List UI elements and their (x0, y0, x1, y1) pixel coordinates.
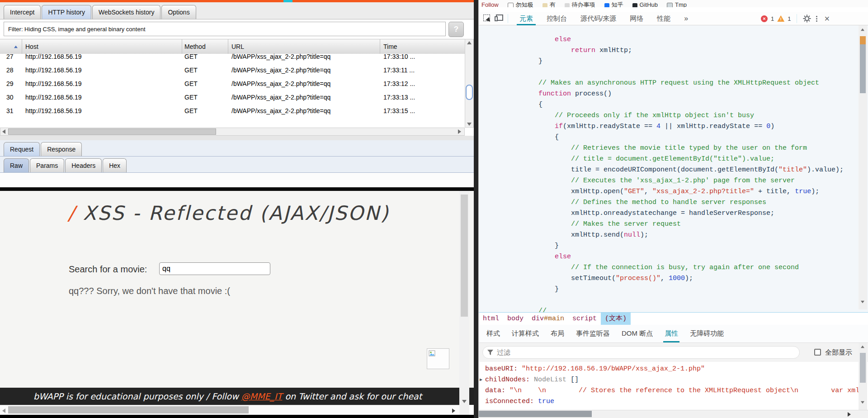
table-row[interactable]: 31http://192.168.56.19GET/bWAPP/xss_ajax… (0, 104, 465, 118)
expand-arrow-icon[interactable]: ▶ (480, 375, 482, 385)
properties-filter-input[interactable]: 过滤 (482, 346, 800, 359)
format-tab-raw[interactable]: Raw (4, 158, 29, 172)
property-row[interactable]: ▶childNodes: NodeList [] (485, 375, 859, 385)
breadcrumb-item-body[interactable]: body (503, 313, 528, 325)
code-token: // Executes the 'xss_ajax_1-2.php' page … (571, 177, 795, 185)
code-token (538, 264, 571, 271)
format-tab-hex[interactable]: Hex (103, 158, 127, 172)
code-token (538, 47, 571, 54)
code-token: , (644, 188, 652, 195)
pane-splitter[interactable] (0, 136, 474, 140)
devtools-tab-源代码-来源[interactable]: 源代码/来源 (575, 12, 622, 25)
code-line: else (538, 34, 868, 45)
burp-tab-bar: InterceptHTTP historyWebSockets historyO… (0, 2, 474, 19)
table-row[interactable]: 30http://192.168.56.19GET/bWAPP/xss_ajax… (0, 90, 465, 104)
code-line: } (538, 241, 868, 252)
row-host: http://192.168.56.19 (25, 90, 82, 104)
burp-tab-websockets-history[interactable]: WebSockets history (92, 5, 160, 19)
code-line: // Executes the 'xss_ajax_1-2.php' page … (538, 176, 868, 186)
sidebar-tab-无障碍功能[interactable]: 无障碍功能 (684, 325, 730, 342)
burp-tab-options[interactable]: Options (161, 5, 196, 19)
property-row[interactable]: isConnected: true (485, 396, 859, 407)
device-toolbar-icon[interactable] (496, 14, 503, 21)
history-table-body: 27http://192.168.56.19GET/bWAPP/xss_ajax… (0, 54, 465, 128)
burp-tab-intercept[interactable]: Intercept (4, 5, 41, 19)
devtools-tab-性能[interactable]: 性能 (651, 12, 676, 25)
code-token (538, 144, 571, 152)
history-vertical-scroll-thumb[interactable] (466, 85, 473, 100)
code-token: xmlHttp.send( (538, 231, 624, 239)
bookmark-tmp[interactable]: Tmp (667, 0, 687, 7)
properties-scroll-thumb[interactable] (860, 353, 866, 383)
code-token: null (624, 231, 640, 239)
devtools-tab-网络[interactable]: 网络 (624, 12, 649, 25)
row-number: 29 (6, 77, 14, 90)
bookmark-follow[interactable]: Follow (481, 0, 499, 7)
devtools-tab-控制台[interactable]: 控制台 (541, 12, 572, 25)
more-tabs-chevron[interactable]: » (679, 12, 693, 25)
sidebar-tab-计算样式[interactable]: 计算样式 (506, 325, 545, 342)
devtools-tab-元素[interactable]: 元素 (514, 12, 538, 25)
breadcrumb-item-html[interactable]: html (479, 313, 503, 325)
sort-arrow-icon (14, 46, 18, 48)
browser-horizontal-scroll-thumb[interactable] (8, 406, 249, 413)
help-button[interactable]: ? (448, 22, 464, 37)
close-devtools-icon[interactable]: × (822, 12, 831, 25)
movie-search-input[interactable] (159, 262, 270, 275)
show-all-checkbox[interactable] (814, 349, 821, 356)
bookmark-github[interactable]: GitHub (632, 0, 658, 7)
bookmark-知乎[interactable]: 知乎 (604, 0, 623, 7)
source-code-view[interactable]: else return xmlHttp;} // Makes an asynch… (479, 25, 868, 312)
code-token: (xmlHttp.readyState == (563, 123, 656, 130)
property-row[interactable]: data: "\n \n // Stores the reference to … (485, 385, 859, 396)
bookmark-有[interactable]: 有 (542, 0, 556, 7)
row-method: GET (184, 63, 198, 77)
bookmark-待办事项[interactable]: 待办事项 (565, 0, 595, 7)
message-tab-response[interactable]: Response (41, 142, 82, 156)
warning-icon[interactable]: ! (777, 15, 784, 22)
breadcrumb-item-div[interactable]: div#main (528, 313, 568, 325)
properties-list: baseURI: "http://192.168.56.19/bWAPP/xss… (479, 362, 859, 410)
column-header-url[interactable]: URL (231, 39, 244, 54)
code-token (538, 123, 555, 130)
message-tab-request[interactable]: Request (4, 142, 40, 156)
code-line: // title = document.getElementById("titl… (538, 154, 868, 165)
history-vertical-scrollbar[interactable] (465, 39, 474, 128)
table-row[interactable]: 28http://192.168.56.19GET/bWAPP/xss_ajax… (0, 63, 465, 77)
code-line: title = encodeURIComponent(document.getE… (538, 165, 868, 176)
bottom-black-strip (0, 415, 474, 418)
history-table-header[interactable]: Host Method URL Time (0, 39, 465, 54)
property-row[interactable]: baseURI: "http://192.168.56.19/bWAPP/xss… (485, 364, 859, 375)
browser-vertical-scroll-thumb[interactable] (461, 195, 468, 317)
format-tab-headers[interactable]: Headers (65, 158, 102, 172)
sidebar-tab-属性[interactable]: 属性 (659, 325, 684, 342)
settings-gear-icon[interactable] (803, 14, 811, 23)
show-all-label[interactable]: 全部显示 (825, 343, 852, 362)
column-header-time[interactable]: Time (383, 39, 397, 54)
code-token: ); (640, 231, 648, 239)
code-line: function process() (538, 89, 868, 100)
properties-horizontal-scroll-thumb[interactable] (479, 411, 592, 417)
breadcrumb-item--文本-[interactable]: (文本) (601, 313, 631, 325)
column-header-host[interactable]: Host (25, 39, 38, 54)
table-row[interactable]: 27http://192.168.56.19GET/bWAPP/xss_ajax… (0, 54, 465, 63)
error-icon[interactable]: × (761, 15, 768, 22)
inspect-element-icon[interactable] (483, 14, 490, 21)
history-horizontal-scroll-thumb[interactable] (8, 128, 216, 135)
format-tab-params[interactable]: Params (30, 158, 64, 172)
sidebar-tab-事件监听器[interactable]: 事件监听器 (570, 325, 616, 342)
breadcrumb-item-script[interactable]: script (568, 313, 601, 325)
more-options-icon[interactable] (814, 16, 819, 22)
table-row[interactable]: 29http://192.168.56.19GET/bWAPP/xss_ajax… (0, 77, 465, 90)
footer-twitter-link[interactable]: @MME_IT (241, 391, 283, 401)
column-header-method[interactable]: Method (184, 39, 206, 54)
code-scroll-thumb[interactable] (860, 44, 866, 93)
bookmark-勿知极[interactable]: 勿知极 (508, 0, 533, 7)
sidebar-tab-样式[interactable]: 样式 (481, 325, 506, 342)
sidebar-tab-dom-断点[interactable]: DOM 断点 (616, 325, 659, 342)
sidebar-tab-布局[interactable]: 布局 (545, 325, 570, 342)
filter-bar[interactable]: Filter: Hiding CSS, image and general bi… (4, 22, 446, 36)
burp-tab-http-history[interactable]: HTTP history (42, 5, 91, 19)
code-token: // Makes the server request (571, 220, 681, 228)
code-token (538, 36, 555, 43)
